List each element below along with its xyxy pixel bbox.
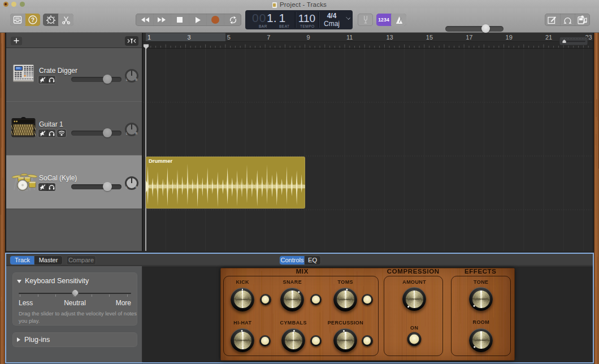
svg-text:7: 7 (267, 34, 270, 41)
svg-text:21: 21 (545, 34, 552, 41)
svg-text:15: 15 (426, 34, 433, 41)
svg-text:9: 9 (307, 34, 310, 41)
svg-text:11: 11 (346, 34, 353, 41)
svg-text:3: 3 (187, 34, 190, 41)
svg-text:17: 17 (466, 34, 472, 41)
svg-text:5: 5 (227, 34, 231, 41)
svg-text:13: 13 (386, 34, 393, 41)
svg-text:19: 19 (506, 34, 513, 41)
svg-text:?: ? (31, 17, 34, 23)
svg-text:1: 1 (147, 34, 151, 41)
